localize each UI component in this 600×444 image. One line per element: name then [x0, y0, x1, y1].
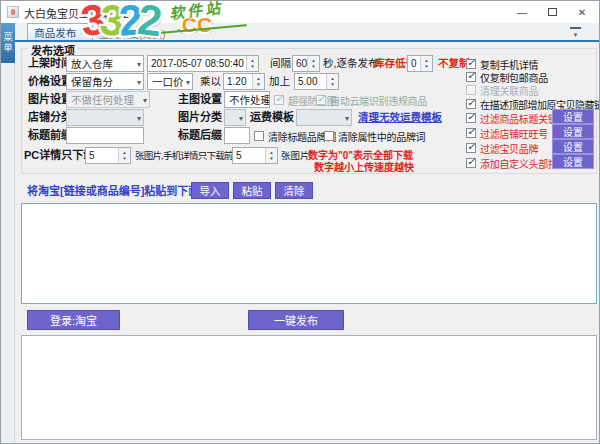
shelf-time-combo[interactable]: 放入仓库: [66, 55, 144, 72]
clear-attr-brand-checkbox[interactable]: 清除属性中的品牌词: [324, 129, 425, 143]
window-controls: — ✕: [507, 1, 597, 23]
paste-button[interactable]: 粘贴: [233, 182, 271, 199]
interval-suffix-label: 秒,逐条发布: [323, 55, 378, 72]
multiply-value: 1.20: [227, 76, 246, 87]
checkbox-icon: [466, 113, 476, 123]
maximize-icon: [548, 8, 557, 16]
title-suffix-label: 标题后缀: [178, 127, 222, 144]
checkbox-icon: [324, 131, 334, 141]
sidebar-menu-header[interactable]: 菜单: [1, 23, 15, 63]
filter-brand-checkbox[interactable]: 过滤宝贝品牌: [466, 141, 538, 155]
add-value: 5.00: [298, 76, 317, 87]
clear-button[interactable]: 清除: [275, 182, 313, 199]
freight-template-combo[interactable]: [296, 109, 352, 126]
price-setting-value: 保留角分: [71, 74, 113, 89]
multiply-label: 乘以: [200, 73, 221, 90]
clear-freight-link[interactable]: 清理无效运费模板: [358, 109, 442, 126]
price-setting-combo[interactable]: 保留角分: [66, 73, 144, 90]
clean-related-checkbox[interactable]: 清理关联商品: [466, 83, 538, 97]
checkbox-icon: [466, 85, 476, 95]
tab-baby-collect[interactable]: 宝贝采集(免费): [99, 26, 166, 41]
paste-instruction: 将淘宝[链接或商品编号]粘贴到下面!: [27, 183, 203, 200]
checkbox-icon: [466, 72, 476, 82]
phone-detail-value: 5: [236, 150, 242, 161]
option-label: 过滤宝贝品牌: [480, 141, 538, 156]
minimize-button[interactable]: —: [507, 1, 537, 23]
app-window: 大白兔宝贝上传助手2.6 — ✕ 菜单 商品发布 × 宝贝采集(免费) ▼ 发布…: [0, 0, 600, 444]
main-pic-combo[interactable]: 不作处理: [224, 91, 270, 108]
pic-category-combo[interactable]: [224, 109, 246, 126]
title-suffix-input[interactable]: [224, 127, 250, 144]
tab-strip: 商品发布 × 宝贝采集(免费) ▼: [15, 23, 599, 40]
option-label: 过滤店铺旺旺号: [480, 126, 548, 141]
title-bar: 大白兔宝贝上传助手2.6 — ✕: [1, 1, 599, 23]
window-title: 大白兔宝贝上传助手2.6: [24, 5, 138, 21]
cloud-detect-checkbox[interactable]: 自动云端识别违规商品: [316, 93, 427, 107]
links-textarea[interactable]: [21, 203, 597, 304]
maximize-button[interactable]: [537, 1, 567, 23]
interval-value: 60: [296, 58, 307, 69]
spinner-arrows-icon[interactable]: [252, 74, 264, 89]
login-taobao-button[interactable]: 登录:淘宝: [27, 310, 120, 330]
multiply-spinner[interactable]: 1.20: [223, 73, 265, 90]
tab2-label: 宝贝采集: [99, 29, 139, 40]
main-pic-value: 不作处理: [229, 92, 270, 107]
shelf-time-value: 放入仓库: [71, 56, 113, 71]
phone-detail-spinner[interactable]: 5: [232, 147, 278, 164]
tab-product-publish[interactable]: 商品发布 ×: [27, 23, 93, 40]
option-label: 清理关联商品: [480, 83, 538, 98]
clear-attr-brand-label: 清除属性中的品牌词: [338, 129, 425, 144]
add-label: 加上: [269, 73, 290, 90]
stock-spinner[interactable]: 0: [407, 55, 433, 72]
checkbox-icon: [274, 95, 284, 105]
tab-list-dropdown-icon[interactable]: ▼: [570, 27, 581, 38]
cloud-detect-label: 自动云端识别违规商品: [330, 93, 427, 108]
add-spinner[interactable]: 5.00: [294, 73, 339, 90]
spinner-arrows-icon[interactable]: [326, 74, 338, 89]
main-pic-label: 主图设置: [178, 91, 222, 108]
filter-wangwang-checkbox[interactable]: 过滤店铺旺旺号: [466, 126, 548, 140]
filter-brand-settings-button[interactable]: 设置: [552, 139, 594, 154]
sidebar-menu-label: 菜单: [2, 32, 15, 54]
price-type-value: 一口价: [152, 74, 184, 89]
pic-category-label: 图片分类: [178, 109, 222, 126]
pics-suffix-label: 张图片: [281, 147, 310, 164]
datetime-value: 2017-05-07 08:50:40: [151, 58, 244, 69]
filter-title-keyword-settings-button[interactable]: 设置: [552, 109, 594, 124]
sidebar: 菜单: [1, 23, 15, 443]
pc-detail-value: 5: [89, 150, 95, 161]
custom-header-settings-button[interactable]: 设置: [552, 154, 594, 169]
stock-value: 0: [411, 58, 417, 69]
checkbox-icon: [466, 158, 476, 168]
import-button[interactable]: 导入: [191, 182, 229, 199]
tab-accent-line: [15, 40, 599, 42]
image-setting-combo[interactable]: 不做任何处理: [66, 91, 150, 108]
datetime-picker[interactable]: 2017-05-07 08:50:40: [147, 55, 259, 72]
title-prefix-input[interactable]: [66, 127, 144, 144]
app-icon: [7, 6, 19, 18]
spinner-arrows-icon[interactable]: [265, 148, 277, 163]
close-button[interactable]: ✕: [567, 1, 597, 23]
pc-detail-spinner[interactable]: 5: [85, 147, 131, 164]
no-copy-label: 不复制: [438, 55, 470, 72]
checkbox-icon: [466, 143, 476, 153]
filter-wangwang-settings-button[interactable]: 设置: [552, 124, 594, 139]
spinner-arrows-icon[interactable]: [118, 148, 130, 163]
checkbox-icon: [466, 128, 476, 138]
spinner-arrows-icon[interactable]: [420, 56, 432, 71]
spinner-arrows-icon[interactable]: [307, 56, 319, 71]
checkbox-icon: [466, 99, 476, 109]
interval-label: 间隔: [270, 55, 291, 72]
image-setting-value: 不做任何处理: [71, 92, 134, 107]
checkbox-icon: [254, 131, 264, 141]
checkbox-icon: [466, 59, 476, 69]
one-key-publish-button[interactable]: 一键发布: [248, 310, 344, 330]
shop-category-combo[interactable]: [66, 109, 144, 126]
phone-detail-label: 张图片,手机详情只下载前: [135, 147, 233, 164]
interval-spinner[interactable]: 60: [292, 55, 320, 72]
tab-close-icon[interactable]: ×: [80, 27, 85, 37]
log-textarea[interactable]: [21, 335, 597, 440]
tab-label: 商品发布: [34, 25, 76, 40]
price-type-combo[interactable]: 一口价: [147, 73, 193, 90]
spinner-arrows-icon[interactable]: [246, 56, 258, 71]
